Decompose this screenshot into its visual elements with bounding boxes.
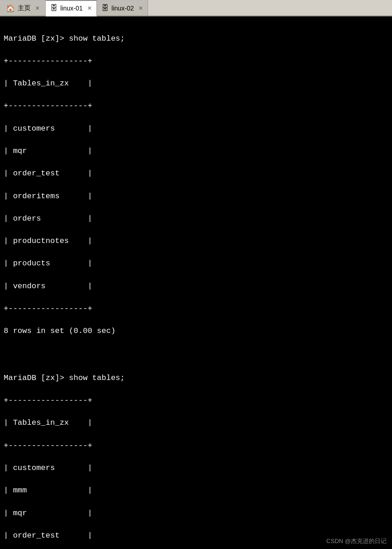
- linux02-icon: 🗄: [101, 4, 109, 12]
- table-row-1-3: | orderitems |: [4, 192, 92, 201]
- tab-linux01-close[interactable]: ✕: [87, 5, 92, 11]
- table-top-2: +-----------------+: [4, 396, 92, 405]
- tab-home-label: 主页: [18, 4, 31, 12]
- home-icon: 🏠: [6, 4, 15, 13]
- tab-bar: 🏠 主页 ✕ 🗄 linux-01 ✕ 🗄 linux-02 ✕: [0, 0, 392, 16]
- tab-linux02[interactable]: 🗄 linux-02 ✕: [97, 0, 148, 16]
- table-row-2-1: | mmm |: [4, 486, 92, 495]
- table-row-1-5: | productnotes |: [4, 237, 92, 245]
- table-row-2-2: | mqr |: [4, 509, 92, 517]
- linux01-icon: 🗄: [50, 4, 58, 12]
- tab-home-close[interactable]: ✕: [35, 5, 40, 11]
- table-row-1-1: | mqr |: [4, 147, 92, 155]
- table-row-2-3: | order_test |: [4, 531, 92, 540]
- prompt-2: MariaDB [zx]> show tables;: [4, 374, 125, 382]
- table-row-2-0: | customers |: [4, 464, 92, 472]
- terminal-block-1: MariaDB [zx]> show tables; +------------…: [4, 33, 388, 337]
- table-row-1-6: | products |: [4, 259, 92, 268]
- tab-linux02-close[interactable]: ✕: [138, 5, 143, 11]
- table-top-1: +-----------------+: [4, 57, 92, 65]
- watermark: CSDN @杰克进的日记: [326, 537, 387, 545]
- table-divider-2: +-----------------+: [4, 441, 92, 450]
- prompt-1: MariaDB [zx]> show tables;: [4, 34, 125, 43]
- terminal-output: MariaDB [zx]> show tables; +------------…: [0, 16, 392, 549]
- table-bottom-1: +-----------------+: [4, 304, 92, 313]
- table-divider-1: +-----------------+: [4, 101, 92, 110]
- table-header-1: | Tables_in_zx |: [4, 79, 92, 88]
- tab-linux02-label: linux-02: [111, 5, 134, 12]
- tab-linux01-label: linux-01: [60, 5, 83, 12]
- table-row-1-7: | vendors |: [4, 282, 92, 290]
- result-1: 8 rows in set (0.00 sec): [4, 327, 116, 335]
- terminal-block-2: MariaDB [zx]> show tables; +------------…: [4, 373, 388, 549]
- tab-linux01[interactable]: 🗄 linux-01 ✕: [46, 0, 97, 16]
- tab-home[interactable]: 🏠 主页 ✕: [0, 0, 46, 16]
- table-row-1-0: | customers |: [4, 124, 92, 133]
- table-row-1-4: | orders |: [4, 214, 92, 223]
- table-header-2: | Tables_in_zx |: [4, 418, 92, 427]
- table-row-1-2: | order_test |: [4, 169, 92, 178]
